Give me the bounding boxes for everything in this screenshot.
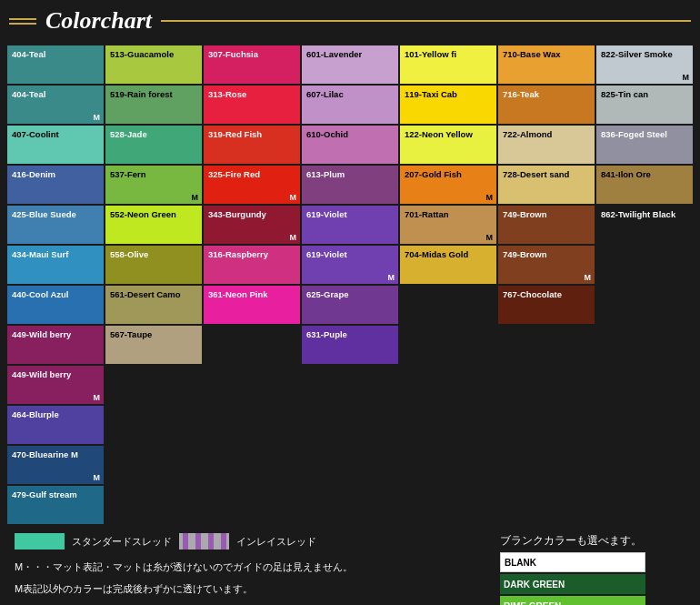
color-cell bbox=[204, 446, 300, 484]
color-cell: 343-BurgundyM bbox=[204, 206, 300, 244]
color-cell bbox=[302, 366, 398, 404]
inlay-swatch bbox=[179, 533, 229, 550]
color-cell: 836-Foged Steel bbox=[596, 126, 693, 164]
color-cell: 479-Gulf stream bbox=[7, 486, 104, 524]
note-item: M表記以外のカラーは完成後わずかに透けています。 bbox=[15, 580, 485, 599]
color-cell bbox=[105, 366, 202, 404]
color-cell: 619-Violet bbox=[302, 206, 398, 244]
color-cell bbox=[204, 326, 300, 364]
note-item: 表記の色と若干異なる場合がございます。 bbox=[15, 602, 485, 605]
color-cell: 464-Blurple bbox=[7, 406, 104, 444]
color-cell: 601-Lavender bbox=[302, 45, 398, 84]
color-cell: 434-Maui Surf bbox=[7, 246, 104, 284]
color-cell: 416-Denim bbox=[7, 166, 104, 204]
bottom-section: スタンダードスレッド インレイスレッド M・・・マット表記・マットは糸が透けない… bbox=[7, 529, 693, 605]
inlay-label: インレイスレッド bbox=[236, 535, 316, 549]
color-cell: 449-Wild berry bbox=[7, 326, 104, 364]
page-title: Colorchart bbox=[45, 7, 152, 35]
color-cell bbox=[498, 446, 595, 484]
color-cell: 122-Neon Yellow bbox=[400, 126, 496, 164]
color-cell: 404-Teal bbox=[7, 45, 104, 84]
color-cell: 404-TealM bbox=[7, 86, 104, 124]
color-cell: 407-Coolint bbox=[7, 126, 104, 164]
color-cell: 319-Red Fish bbox=[204, 126, 300, 164]
standard-legend-row: スタンダードスレッド インレイスレッド bbox=[15, 533, 485, 550]
blank-color-row: BLANK bbox=[500, 552, 685, 572]
color-cell bbox=[400, 446, 496, 484]
color-cell: 440-Cool Azul bbox=[7, 286, 104, 324]
color-cell bbox=[596, 486, 693, 524]
color-cell: 528-Jade bbox=[105, 126, 202, 164]
color-cell: 513-Guacamole bbox=[105, 45, 202, 84]
color-cell: 607-Lilac bbox=[302, 86, 398, 124]
color-cell bbox=[498, 366, 595, 404]
color-cell: 710-Base Wax bbox=[498, 45, 595, 84]
blank-color-label: BLANK bbox=[505, 558, 536, 568]
color-cell bbox=[302, 486, 398, 524]
color-cell bbox=[204, 406, 300, 444]
main-content: 404-Teal513-Guacamole307-Fuchsia601-Lave… bbox=[0, 42, 700, 605]
blank-color-row: RIME GREEN bbox=[500, 596, 685, 605]
blank-color-label: RIME GREEN bbox=[504, 601, 561, 606]
color-cell: 613-Plum bbox=[302, 166, 398, 204]
blank-section-title: ブランクカラーも選べます。 bbox=[500, 533, 685, 549]
color-cell: 631-Puple bbox=[302, 326, 398, 364]
color-cell: 449-Wild berryM bbox=[7, 366, 104, 404]
color-cell bbox=[498, 326, 595, 364]
color-cell: 822-Silver SmokeM bbox=[596, 45, 693, 84]
color-cell bbox=[302, 446, 398, 484]
color-cell bbox=[596, 446, 693, 484]
legend-notes: スタンダードスレッド インレイスレッド M・・・マット表記・マットは糸が透けない… bbox=[7, 529, 493, 605]
blank-color-row: DARK GREEN bbox=[500, 574, 685, 594]
color-cell: 722-Almond bbox=[498, 126, 595, 164]
color-cell: 701-RattanM bbox=[400, 206, 496, 244]
color-cell bbox=[596, 366, 693, 404]
color-cell: 519-Rain forest bbox=[105, 86, 202, 124]
color-cell: 207-Gold FishM bbox=[400, 166, 496, 204]
blank-section: ブランクカラーも選べます。 BLANKDARK GREENRIME GREENT… bbox=[493, 529, 693, 605]
color-cell bbox=[596, 246, 693, 284]
color-cell: 619-VioletM bbox=[302, 246, 398, 284]
color-cell bbox=[204, 366, 300, 404]
color-cell: 425-Blue Suede bbox=[7, 206, 104, 244]
color-cell: 316-Raspberry bbox=[204, 246, 300, 284]
standard-swatch bbox=[15, 533, 65, 550]
color-cell: 610-Ochid bbox=[302, 126, 398, 164]
page-header: Colorchart bbox=[0, 0, 700, 42]
color-cell: 101-Yellow fi bbox=[400, 45, 496, 84]
color-cell: 558-Olive bbox=[105, 246, 202, 284]
color-cell: 767-Chocolate bbox=[498, 286, 595, 324]
color-cell: 749-Brown bbox=[498, 206, 595, 244]
color-cell: 470-Bluearine MM bbox=[7, 446, 104, 484]
color-cell bbox=[105, 406, 202, 444]
header-decoration-left bbox=[9, 18, 36, 25]
color-cell bbox=[105, 486, 202, 524]
header-decoration-right bbox=[161, 20, 691, 22]
color-cell bbox=[596, 286, 693, 324]
color-cell: 749-BrownM bbox=[498, 246, 595, 284]
color-grid: 404-Teal513-Guacamole307-Fuchsia601-Lave… bbox=[7, 45, 693, 524]
color-cell: 325-Fire RedM bbox=[204, 166, 300, 204]
color-cell: 862-Twilight Black bbox=[596, 206, 693, 244]
color-cell bbox=[400, 286, 496, 324]
color-cell: 313-Rose bbox=[204, 86, 300, 124]
color-cell: 537-FernM bbox=[105, 166, 202, 204]
standard-label: スタンダードスレッド bbox=[72, 535, 172, 549]
color-cell: 567-Taupe bbox=[105, 326, 202, 364]
color-cell: 561-Desert Camo bbox=[105, 286, 202, 324]
note-item: M・・・マット表記・マットは糸が透けないのでガイドの足は見えません。 bbox=[15, 559, 485, 577]
color-cell: 841-Ilon Ore bbox=[596, 166, 693, 204]
color-cell: 361-Neon Pink bbox=[204, 286, 300, 324]
color-cell bbox=[400, 406, 496, 444]
color-cell bbox=[204, 486, 300, 524]
color-cell bbox=[596, 406, 693, 444]
color-cell: 704-Midas Gold bbox=[400, 246, 496, 284]
blank-color-label: DARK GREEN bbox=[504, 580, 565, 590]
color-cell: 552-Neon Green bbox=[105, 206, 202, 244]
color-cell: 716-Teak bbox=[498, 86, 595, 124]
color-cell: 625-Grape bbox=[302, 286, 398, 324]
color-cell bbox=[498, 406, 595, 444]
color-cell: 825-Tin can bbox=[596, 86, 693, 124]
blank-colors: BLANKDARK GREENRIME GREENTANKHAKIBROWN bbox=[500, 552, 685, 605]
color-cell bbox=[105, 446, 202, 484]
